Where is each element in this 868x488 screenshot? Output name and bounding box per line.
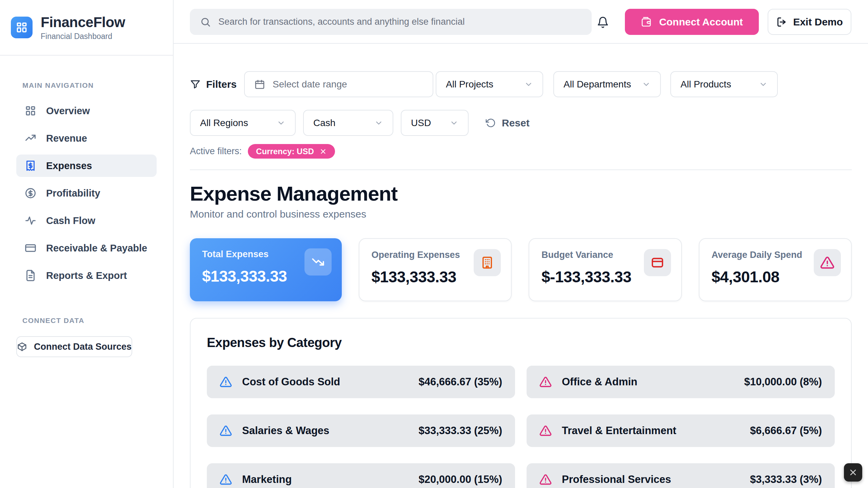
sidebar-item-label: Receivable & Payable — [46, 243, 147, 254]
payment-method-select[interactable]: Cash — [303, 110, 393, 136]
projects-select[interactable]: All Projects — [436, 71, 543, 97]
credit-card-icon — [644, 249, 671, 276]
credit-card-icon — [24, 242, 37, 254]
sidebar-item-receivable-payable[interactable]: Receivable & Payable — [16, 237, 157, 259]
global-search[interactable] — [190, 9, 592, 35]
connect-data-sources-button[interactable]: Connect Data Sources — [16, 336, 132, 357]
chevron-down-icon — [642, 80, 651, 89]
sidebar-item-expenses[interactable]: Expenses — [16, 155, 157, 177]
brand: FinanceFlow Financial Dashboard — [0, 0, 173, 56]
sidebar-item-reports-export[interactable]: Reports & Export — [16, 264, 157, 287]
departments-select[interactable]: All Departments — [553, 71, 661, 97]
building-icon — [474, 249, 501, 276]
alert-triangle-icon — [220, 376, 232, 388]
x-icon[interactable] — [319, 148, 327, 155]
category-value: $6,666.67 (5%) — [750, 425, 822, 437]
finance-flow-logo — [11, 17, 33, 38]
category-label: Salaries & Wages — [242, 425, 409, 437]
dashboard-grid-icon — [15, 21, 28, 34]
active-filters: Active filters: Currency: USD — [190, 144, 335, 159]
active-filters-label: Active filters: — [190, 146, 242, 157]
reset-filters-button[interactable]: Reset — [486, 117, 530, 129]
expenses-by-category-card: Expenses by Category Cost of Goods Sold … — [190, 318, 852, 488]
app-tagline: Financial Dashboard — [41, 32, 125, 41]
category-value: $20,000.00 (15%) — [419, 473, 502, 486]
category-row-salaries-wages: Salaries & Wages $33,333.33 (25%) — [207, 414, 515, 447]
alert-triangle-icon — [539, 376, 552, 388]
category-row-professional-services: Professional Services $3,333.33 (3%) — [527, 463, 835, 488]
sidebar-item-label: Overview — [46, 105, 90, 117]
notifications-bell-button[interactable] — [597, 16, 610, 29]
connect-account-button[interactable]: Connect Account — [625, 9, 759, 35]
exit-demo-label: Exit Demo — [793, 16, 843, 28]
chevron-down-icon — [374, 119, 383, 127]
sidebar-item-label: Revenue — [46, 133, 87, 144]
regions-select[interactable]: All Regions — [190, 110, 296, 136]
alert-triangle-icon — [220, 425, 232, 437]
chevron-down-icon — [759, 80, 768, 89]
kpi-operating-expenses: Operating Expenses $133,333.33 — [359, 238, 512, 301]
sidebar-item-overview[interactable]: Overview — [16, 100, 157, 122]
dashboard-grid-icon — [24, 105, 37, 117]
category-value: $3,333.33 (3%) — [750, 473, 822, 486]
category-row-travel-entertainment: Travel & Entertainment $6,666.67 (5%) — [527, 414, 835, 447]
rotate-ccw-icon — [486, 118, 496, 128]
sidebar-item-label: Reports & Export — [46, 270, 127, 281]
funnel-icon — [190, 79, 201, 90]
dollar-circle-icon — [24, 187, 37, 199]
alert-triangle-icon — [220, 473, 232, 486]
exit-demo-button[interactable]: Exit Demo — [768, 9, 851, 35]
filters-row-2: All Regions Cash USD Reset — [190, 110, 530, 136]
page-subtitle: Monitor and control business expenses — [190, 208, 366, 220]
category-row-marketing: Marketing $20,000.00 (15%) — [207, 463, 515, 488]
currency-select[interactable]: USD — [401, 110, 469, 136]
category-value: $33,333.33 (25%) — [419, 425, 502, 437]
category-grid: Cost of Goods Sold $46,666.67 (35%) Offi… — [207, 366, 835, 488]
reset-label: Reset — [502, 117, 530, 129]
kpi-average-daily-spend: Average Daily Spend $4,301.08 — [699, 238, 852, 301]
expenses-by-category-title: Expenses by Category — [207, 336, 835, 350]
category-value: $10,000.00 (8%) — [744, 376, 822, 388]
sidebar-item-label: Profitability — [46, 188, 100, 199]
sidebar-item-revenue[interactable]: Revenue — [16, 127, 157, 149]
alert-triangle-icon — [814, 249, 841, 276]
receipt-icon — [24, 160, 37, 172]
date-range-placeholder: Select date range — [273, 79, 347, 90]
filters-row: Filters Select date range — [190, 71, 433, 97]
sidebar-item-cash-flow[interactable]: Cash Flow — [16, 209, 157, 232]
activity-icon — [24, 215, 37, 227]
connect-account-label: Connect Account — [659, 16, 743, 28]
chevron-down-icon — [450, 119, 458, 127]
kpi-budget-variance: Budget Variance $-133,333.33 — [529, 238, 682, 301]
topbar: Connect Account Exit Demo — [174, 0, 868, 44]
search-input[interactable] — [218, 17, 581, 27]
category-row-cost-of-goods-sold: Cost of Goods Sold $46,666.67 (35%) — [207, 366, 515, 398]
wallet-icon — [641, 17, 652, 27]
category-label: Marketing — [242, 473, 409, 486]
chip-label: Currency: USD — [256, 147, 314, 156]
chevron-down-icon — [524, 80, 533, 89]
package-icon — [17, 342, 27, 352]
bell-icon — [597, 16, 610, 28]
category-label: Office & Admin — [562, 376, 734, 388]
alert-triangle-icon — [539, 425, 552, 437]
chevron-down-icon — [277, 119, 285, 127]
filters-label: Filters — [190, 79, 237, 90]
sidebar: FinanceFlow Financial Dashboard MAIN NAV… — [0, 0, 174, 488]
products-select[interactable]: All Products — [670, 71, 778, 97]
main-content: Filters Select date range All Projects A… — [174, 44, 868, 488]
x-icon — [848, 468, 858, 477]
date-range-picker[interactable]: Select date range — [244, 71, 433, 97]
search-icon — [200, 17, 211, 27]
divider — [190, 169, 852, 170]
trending-up-icon — [24, 132, 37, 144]
currency-filter-chip[interactable]: Currency: USD — [248, 144, 335, 159]
page-title: Expense Management — [190, 182, 397, 205]
floating-close-button[interactable] — [844, 463, 862, 482]
sidebar-item-profitability[interactable]: Profitability — [16, 182, 157, 204]
sidebar-item-label: Cash Flow — [46, 215, 95, 226]
calendar-icon — [254, 79, 265, 90]
category-row-office-admin: Office & Admin $10,000.00 (8%) — [527, 366, 835, 398]
trending-down-icon — [304, 248, 332, 276]
file-text-icon — [24, 269, 37, 282]
